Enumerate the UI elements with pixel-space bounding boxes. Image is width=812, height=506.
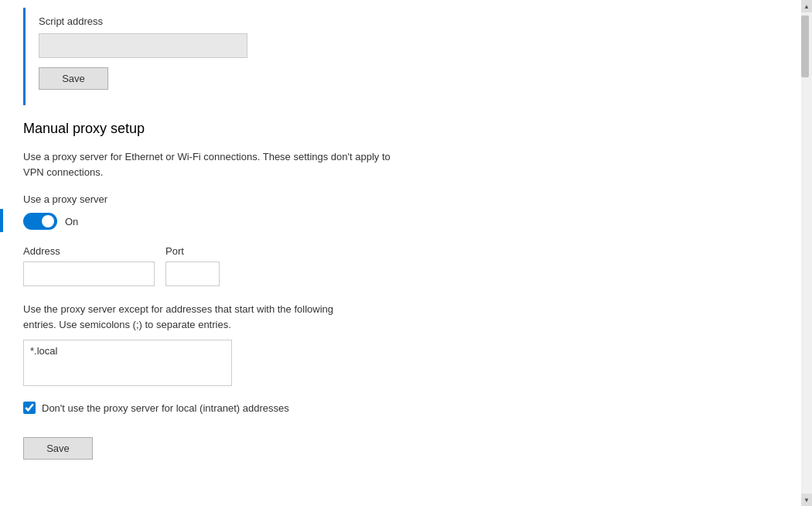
scrollbar-down-arrow[interactable]: ▼ [801, 494, 812, 506]
checkbox-label: Don't use the proxy server for local (in… [42, 402, 289, 414]
use-proxy-toggle[interactable] [23, 213, 57, 230]
manual-proxy-section: Manual proxy setup Use a proxy server fo… [23, 121, 778, 460]
address-label: Address [23, 245, 155, 257]
use-proxy-label: Use a proxy server [23, 193, 778, 205]
address-field-group: Address [23, 245, 155, 286]
address-input[interactable] [23, 262, 155, 286]
manual-proxy-title: Manual proxy setup [23, 121, 778, 137]
script-address-input[interactable] [39, 33, 247, 58]
manual-proxy-save-button[interactable]: Save [23, 437, 93, 460]
content-area: Script address Save Manual proxy setup U… [0, 0, 801, 506]
page-wrapper: Script address Save Manual proxy setup U… [0, 0, 812, 506]
local-addresses-checkbox[interactable] [23, 402, 36, 414]
scrollbar-thumb[interactable] [801, 15, 809, 77]
script-address-save-button[interactable]: Save [39, 67, 108, 90]
port-label: Port [165, 245, 220, 257]
address-port-row: Address Port [23, 245, 778, 286]
toggle-thumb [42, 215, 54, 227]
port-input[interactable] [165, 262, 220, 286]
exceptions-description: Use the proxy server except for addresse… [23, 302, 348, 332]
toggle-row: On [23, 213, 778, 230]
scrollbar-up-arrow[interactable]: ▲ [801, 0, 812, 12]
script-address-label: Script address [39, 15, 778, 27]
manual-proxy-description: Use a proxy server for Ethernet or Wi-Fi… [23, 149, 394, 179]
toggle-track [23, 213, 57, 230]
toggle-state-label: On [65, 216, 78, 227]
checkbox-row: Don't use the proxy server for local (in… [23, 402, 778, 414]
scrollbar-track: ▲ ▼ [801, 0, 812, 506]
script-address-section: Script address Save [23, 8, 778, 105]
port-field-group: Port [165, 245, 220, 286]
inner-content: Script address Save Manual proxy setup U… [0, 0, 801, 483]
exceptions-textarea[interactable]: *.local [23, 340, 232, 386]
